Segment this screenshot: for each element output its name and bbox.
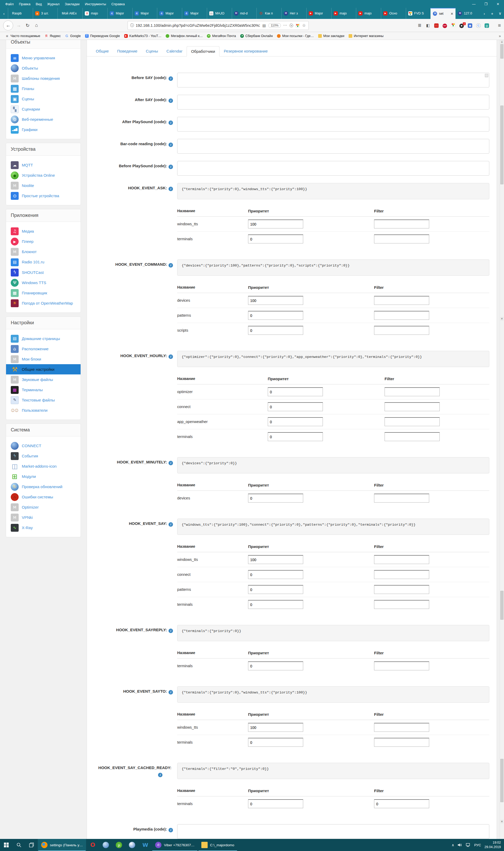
browser-tab[interactable]: Mset✕ — [431, 8, 455, 19]
info-icon[interactable]: i — [168, 263, 173, 268]
sidebar-item[interactable]: ✎Текстовые файлы — [6, 395, 80, 405]
filter-input[interactable] — [374, 738, 429, 747]
info-icon[interactable]: i — [168, 121, 173, 125]
library-icon[interactable]: ≣ — [417, 23, 422, 28]
scrollbar-thumb[interactable] — [500, 591, 503, 620]
browser-tab[interactable]: 4Major — [107, 8, 132, 19]
sidebar-item[interactable]: ϟСобытия — [6, 451, 80, 461]
scrollbar-down-icon[interactable]: ▼ — [500, 820, 503, 823]
priority-input[interactable] — [248, 723, 303, 732]
filter-input[interactable] — [374, 555, 429, 564]
sidebars-icon[interactable]: ◧ — [426, 23, 430, 28]
menu-item[interactable]: Правка — [16, 2, 33, 6]
filter-input[interactable] — [374, 723, 429, 732]
url-bar[interactable]: ⓘ 192.168.1.100/admin.php?pd=cGFuZWw6e2F… — [128, 21, 309, 30]
priority-input[interactable] — [268, 387, 323, 396]
sidebar-item[interactable]: MБлокнот — [6, 247, 80, 257]
browser-tab[interactable]: ▶Осно — [381, 8, 406, 19]
sidebar-item[interactable]: ▚Сценарии — [6, 104, 80, 114]
info-icon[interactable]: i — [168, 522, 173, 527]
code-textarea[interactable] — [177, 824, 489, 839]
speeddial-page-icon[interactable] — [295, 23, 300, 28]
taskbar-app[interactable]: µ — [112, 839, 125, 851]
priority-input[interactable] — [248, 494, 303, 502]
browser-tab[interactable]: Яmajo — [83, 8, 107, 19]
priority-input[interactable] — [248, 219, 303, 228]
settings-tab[interactable]: Calendar — [162, 46, 187, 56]
hamburger-menu-icon[interactable]: ≡ — [498, 22, 501, 28]
back-button[interactable]: ← — [3, 20, 13, 31]
browser-tab[interactable]: ▶majo — [331, 8, 356, 19]
lamp-icon[interactable]: ϙ — [485, 23, 489, 28]
info-icon[interactable]: i — [168, 354, 173, 359]
info-icon[interactable]: i — [168, 690, 173, 694]
sidebar-item[interactable]: ⚙Веб-переменные — [6, 114, 80, 124]
sidebar-item[interactable]: ♫Медиа — [6, 226, 80, 236]
filter-input[interactable] — [374, 661, 429, 670]
language-indicator[interactable]: РУС — [474, 843, 481, 847]
filter-input[interactable] — [384, 432, 440, 441]
bookmark-item[interactable]: ∗Часто посещаемые — [3, 34, 42, 38]
taskbar-app[interactable]: W — [139, 839, 152, 851]
browser-tab[interactable]: a3 шт. — [33, 8, 58, 19]
browser-tab[interactable]: MНет з — [282, 8, 306, 19]
speaker-icon[interactable] — [457, 843, 462, 847]
browser-tab[interactable]: 4Major — [157, 8, 182, 19]
menu-item[interactable]: Инструменты — [82, 2, 109, 6]
site-info-icon[interactable]: ⓘ — [130, 23, 134, 28]
filter-input[interactable] — [374, 799, 429, 808]
sidebar-item[interactable]: ∴Ошибки системы — [6, 492, 80, 502]
info-icon[interactable]: i — [168, 76, 173, 81]
settings-tab[interactable]: Общие — [92, 46, 113, 56]
browser-tab[interactable]: FVD S — [406, 8, 431, 19]
taskbar-app[interactable]: ✆Viber +79276307… — [152, 839, 198, 851]
filter-input[interactable] — [374, 600, 429, 609]
bookmark-item[interactable]: ЯЯндекс — [42, 34, 63, 38]
page-actions-icon[interactable]: ⋯ — [283, 23, 287, 28]
filter-input[interactable] — [374, 494, 429, 502]
info-icon[interactable]: i — [158, 773, 162, 777]
browser-tab[interactable]: Mmd-d — [232, 8, 257, 19]
priority-input[interactable] — [268, 417, 323, 426]
url-text[interactable]: 192.168.1.100/admin.php?pd=cGFuZWw6e2Fjd… — [136, 23, 260, 28]
scrollbar-thumb[interactable] — [500, 106, 503, 184]
save-page-icon[interactable]: ▣ — [468, 23, 472, 28]
priority-input[interactable] — [248, 326, 303, 335]
bookmark-item[interactable]: Мои закладки — [316, 34, 346, 38]
sidebar-item[interactable]: ΨWindows TTS — [6, 278, 80, 288]
filter-input[interactable] — [374, 219, 429, 228]
priority-input[interactable] — [248, 570, 303, 579]
minimize-button[interactable]: — — [468, 0, 480, 8]
info-icon[interactable]: i — [168, 143, 173, 147]
bookmark-item[interactable]: TПереводчик Google — [83, 34, 122, 38]
filter-input[interactable] — [374, 585, 429, 594]
sidebar-item[interactable]: MМои блоки — [6, 354, 80, 364]
scrollbar-thumb[interactable] — [500, 759, 503, 802]
priority-input[interactable] — [268, 432, 323, 441]
tab-scroll-left-icon[interactable]: ‹ — [0, 8, 8, 19]
sidebar-item[interactable]: ▶Плеер — [6, 236, 80, 247]
clock[interactable]: 19:02 29.04.2019 — [484, 840, 501, 850]
sidebar-item[interactable]: Объекты — [6, 63, 80, 73]
scrollbar-up-icon[interactable]: ▲ — [500, 40, 503, 43]
sidebar-item[interactable]: ☺☺Пользователи — [6, 405, 80, 415]
speeddial-icon[interactable] — [451, 22, 455, 28]
filter-input[interactable] — [374, 570, 429, 579]
bookmark-item[interactable]: ✉МегаФон Почта — [205, 34, 238, 38]
menu-item[interactable]: Журнал — [44, 2, 62, 6]
sidebar-item[interactable]: ☁MQTT — [6, 160, 80, 170]
settings-tab[interactable]: Резервное копирование — [219, 46, 272, 56]
tray-chevron-icon[interactable]: ∧ — [451, 843, 454, 847]
sidebar-item[interactable]: ≡Меню управления — [6, 53, 80, 63]
menu-item[interactable]: Вид — [33, 2, 44, 6]
scrollbar-down-icon[interactable]: ▼ — [500, 317, 503, 321]
menu-item[interactable]: Справка — [109, 2, 127, 6]
info-icon[interactable]: i — [168, 187, 173, 191]
network-icon[interactable] — [466, 843, 471, 847]
priority-input[interactable] — [248, 585, 303, 594]
home-button[interactable]: ⌂ — [32, 21, 41, 30]
taskbar-app[interactable]: C:\_majordomo — [198, 839, 237, 851]
filter-input[interactable] — [374, 234, 429, 243]
settings-tab[interactable]: Обработчики — [187, 46, 220, 56]
code-textarea[interactable] — [177, 95, 489, 109]
